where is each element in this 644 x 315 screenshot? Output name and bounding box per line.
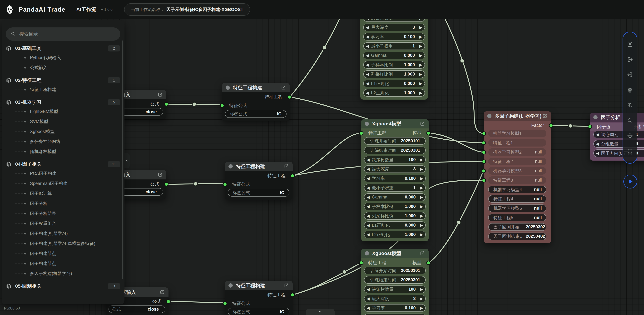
increment-arrow-icon[interactable]: ▶ <box>418 223 425 227</box>
save-icon[interactable] <box>627 41 633 47</box>
param-pill[interactable]: 公式close <box>108 305 165 313</box>
sidebar-item[interactable]: Python代码输入 <box>6 53 120 63</box>
run-workflow-button[interactable] <box>623 175 637 188</box>
node-xgboost-bottom[interactable]: Xgboost模型特征工程模型训练开始时间20250101训练结束时间20250… <box>361 249 428 315</box>
sidebar-item[interactable]: Xgboost模型 <box>6 127 120 137</box>
input-port[interactable] <box>482 169 486 173</box>
param-stepper[interactable]: ◀列采样比例1.000▶ <box>364 212 426 220</box>
decrement-arrow-icon[interactable]: ◀ <box>364 167 372 171</box>
input-port[interactable] <box>359 131 364 135</box>
search-input[interactable] <box>19 31 116 37</box>
param-stepper[interactable]: ◀列采样比例1.000▶ <box>363 70 425 78</box>
param-stepper[interactable]: ◀最小子权重1▶ <box>364 184 426 192</box>
edit-icon[interactable] <box>420 121 425 127</box>
sidebar-item[interactable]: 因子构建节点 <box>6 248 120 258</box>
param-plain[interactable]: 特征工程4null <box>488 195 546 203</box>
sidebar-item[interactable]: PCA因子构建 <box>6 168 120 178</box>
zoom-out-icon[interactable] <box>627 118 633 124</box>
increment-arrow-icon[interactable]: ▶ <box>418 296 425 301</box>
increment-arrow-icon[interactable]: ▶ <box>417 44 424 48</box>
increment-arrow-icon[interactable]: ▶ <box>418 287 425 291</box>
sidebar-section-1[interactable]: 01-基础工具2 <box>6 44 120 53</box>
decrement-arrow-icon[interactable]: ◀ <box>364 195 372 199</box>
param-stepper[interactable]: ◀最大深度3▶ <box>364 295 426 302</box>
node-feature-eng-1[interactable]: 特征工程构建特征工程特征公式标签公式IC <box>222 83 290 121</box>
sidebar-item[interactable]: 因子分析结果 <box>6 208 120 218</box>
move-icon[interactable] <box>627 133 633 139</box>
param-ported[interactable]: 机器学习模型2null <box>488 148 546 156</box>
param-ported[interactable]: 特征工程3null <box>488 176 546 184</box>
reset-view-icon[interactable] <box>627 148 633 154</box>
edit-icon[interactable] <box>284 164 289 169</box>
edit-icon[interactable] <box>420 251 425 256</box>
sidebar-item[interactable]: 特征工程构建 <box>6 85 120 95</box>
param-stepper[interactable]: ◀最大深度3▶ <box>364 165 426 173</box>
sidebar-item[interactable]: 多任务神经网络 <box>6 137 120 147</box>
param-stepper[interactable]: ◀决策树数量100▶ <box>364 285 426 293</box>
decrement-arrow-icon[interactable]: ◀ <box>364 35 371 39</box>
sidebar-item[interactable]: 公式输入 <box>6 63 120 73</box>
increment-arrow-icon[interactable]: ▶ <box>418 214 425 218</box>
decrement-arrow-icon[interactable]: ◀ <box>364 25 371 30</box>
decrement-arrow-icon[interactable]: ◀ <box>364 63 371 67</box>
increment-arrow-icon[interactable]: ▶ <box>417 35 424 39</box>
param-pill[interactable]: 标签公式IC <box>225 110 286 118</box>
input-port[interactable] <box>482 178 486 182</box>
sidebar-item[interactable]: Spearman因子构建 <box>6 178 120 188</box>
edge-xgbtop-multi-model1[interactable] <box>428 0 484 133</box>
decrement-arrow-icon[interactable]: ◀ <box>364 91 371 95</box>
sidebar-scrollbar[interactable] <box>122 40 123 279</box>
input-port[interactable] <box>223 182 227 187</box>
param-stepper[interactable]: ◀子样本比例1.000▶ <box>363 61 425 69</box>
decrement-arrow-icon[interactable]: ◀ <box>364 53 371 58</box>
edit-icon[interactable] <box>157 172 163 177</box>
increment-arrow-icon[interactable]: ▶ <box>417 53 424 58</box>
param-plain[interactable]: 特征工程5null <box>488 214 546 221</box>
increment-arrow-icon[interactable]: ▶ <box>418 306 425 310</box>
bottom-panel-toggle[interactable] <box>306 309 334 315</box>
output-port[interactable] <box>166 299 170 304</box>
increment-arrow-icon[interactable]: ▶ <box>417 72 424 77</box>
sidebar-item[interactable]: LightGBM模型 <box>6 107 120 117</box>
param-plain[interactable]: 因子回测结束…20250402 <box>488 232 546 240</box>
edit-icon[interactable] <box>542 113 548 119</box>
param-ported[interactable]: 机器学习模型3null <box>488 167 546 175</box>
param-ported[interactable]: 特征工程1 <box>488 139 546 147</box>
export-icon[interactable] <box>627 57 633 63</box>
sidebar-section-3[interactable]: 03-机器学习5 <box>6 98 120 107</box>
param-stepper[interactable]: ◀学习率0.100▶ <box>364 304 426 312</box>
sidebar-item[interactable]: 因子权重组合 <box>6 218 120 228</box>
param-plain[interactable]: 因子回测开始…20250302 <box>488 223 546 231</box>
increment-arrow-icon[interactable]: ▶ <box>417 81 424 86</box>
decrement-arrow-icon[interactable]: ◀ <box>364 158 372 162</box>
sidebar-item[interactable]: 因子构建(机器学习) <box>6 228 120 238</box>
node-feature-eng-3[interactable]: 特征工程构建特征工程特征公式标签公式IC <box>225 281 293 315</box>
decrement-arrow-icon[interactable]: ◀ <box>364 44 371 48</box>
increment-arrow-icon[interactable]: ▶ <box>418 195 425 199</box>
increment-arrow-icon[interactable]: ▶ <box>418 186 425 190</box>
param-ported[interactable]: 特征工程2null <box>488 158 546 165</box>
output-port[interactable] <box>288 95 292 99</box>
output-port[interactable] <box>164 182 168 186</box>
increment-arrow-icon[interactable]: ▶ <box>417 91 424 95</box>
param-stepper[interactable]: ◀Gamma0.000▶ <box>364 193 426 201</box>
edge-dot[interactable] <box>342 270 346 274</box>
edit-icon[interactable] <box>284 283 289 288</box>
output-port[interactable] <box>290 174 295 178</box>
decrement-arrow-icon[interactable]: ◀ <box>594 132 601 137</box>
param-ported[interactable]: 机器学习模型1 <box>488 130 546 137</box>
sidebar-item[interactable]: 因子构建(机器学习-单模型多特征) <box>6 238 120 248</box>
param-field[interactable]: 训练结束时间20250301 <box>364 147 426 154</box>
increment-arrow-icon[interactable]: ▶ <box>418 204 425 209</box>
decrement-arrow-icon[interactable]: ◀ <box>364 306 372 310</box>
param-stepper[interactable]: ◀L1正则化0.000▶ <box>363 80 425 87</box>
decrement-arrow-icon[interactable]: ◀ <box>364 72 371 77</box>
output-port[interactable] <box>290 293 295 297</box>
param-pill[interactable]: 标签公式IC <box>228 189 290 197</box>
input-port[interactable] <box>359 261 364 265</box>
param-stepper[interactable]: ◀最小子权重1▶ <box>364 313 426 315</box>
param-stepper[interactable]: ◀最大深度3▶ <box>363 24 425 31</box>
edge-dot[interactable] <box>194 182 198 186</box>
node-multi-factor[interactable]: 多因子构建(机器学习)Factor机器学习模型1特征工程1机器学习模型2null… <box>484 111 551 243</box>
decrement-arrow-icon[interactable]: ◀ <box>364 176 372 181</box>
